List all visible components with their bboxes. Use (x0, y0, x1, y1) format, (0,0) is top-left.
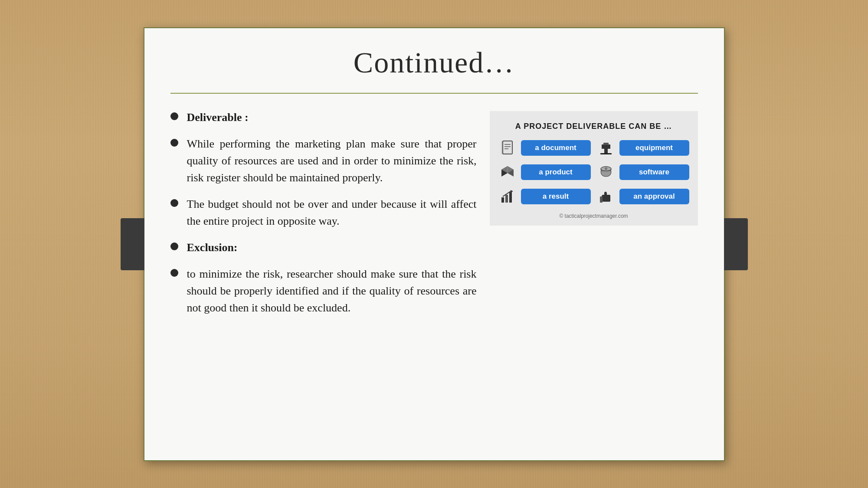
result-icon (498, 187, 517, 206)
bullet-text: Exclusion: (187, 239, 477, 256)
product-icon (498, 163, 517, 181)
approval-icon (597, 187, 615, 206)
svg-rect-17 (505, 195, 508, 203)
slide-tab-right (724, 218, 748, 270)
software-badge: software (619, 164, 689, 180)
document-icon (498, 139, 517, 157)
bullet-dot (170, 139, 178, 147)
approval-badge: an approval (619, 189, 689, 204)
svg-rect-6 (602, 144, 610, 149)
grid-item-product: a product (498, 163, 591, 181)
slide: Continued… Deliverable : While performin… (144, 27, 725, 461)
list-item: Exclusion: (170, 239, 477, 256)
svg-rect-5 (604, 148, 608, 154)
infographic: A PROJECT DELIVERABLE CAN BE … (490, 111, 698, 226)
slide-tab-left (121, 218, 144, 270)
text-section: Deliverable : While performing the marke… (170, 109, 477, 443)
bullet-text: to minimize the risk, researcher should … (187, 265, 477, 316)
bullet-dot (170, 199, 178, 207)
grid-item-result: a result (498, 187, 591, 206)
list-item: Deliverable : (170, 109, 477, 126)
infographic-credit: © tacticalprojectmanager.com (498, 213, 689, 219)
grid-item-software: software (597, 163, 689, 181)
product-badge: a product (521, 164, 591, 180)
main-area: Deliverable : While performing the marke… (170, 109, 698, 443)
bullet-text: While performing the marketing plan make… (187, 135, 477, 186)
svg-rect-8 (600, 153, 612, 154)
list-item: to minimize the risk, researcher should … (170, 265, 477, 316)
document-badge: a document (521, 140, 591, 156)
slide-title: Continued… (170, 46, 698, 80)
bullet-text: Deliverable : (187, 109, 477, 126)
grid-item-approval: an approval (597, 187, 689, 206)
svg-rect-1 (503, 141, 512, 154)
infographic-grid: a document equipment (498, 139, 689, 206)
svg-point-15 (605, 167, 607, 170)
svg-rect-7 (603, 143, 609, 145)
bullet-dot (170, 242, 178, 250)
svg-rect-20 (600, 197, 603, 203)
bullet-dot (170, 269, 178, 277)
svg-rect-18 (509, 192, 512, 203)
grid-item-document: a document (498, 139, 591, 157)
infographic-title: A PROJECT DELIVERABLE CAN BE … (498, 122, 689, 131)
grid-item-equipment: equipment (597, 139, 689, 157)
svg-rect-16 (501, 197, 504, 203)
bullet-dot (170, 112, 178, 120)
equipment-badge: equipment (619, 140, 689, 156)
result-badge: a result (521, 189, 591, 204)
bullet-text: The budget should not be over and under … (187, 196, 477, 229)
slide-divider (170, 93, 698, 94)
software-icon (597, 163, 615, 181)
list-item: While performing the marketing plan make… (170, 135, 477, 186)
deliverable-heading: Deliverable : (187, 111, 249, 124)
list-item: The budget should not be over and under … (170, 196, 477, 229)
equipment-icon (597, 139, 615, 157)
exclusion-heading: Exclusion: (187, 241, 238, 254)
